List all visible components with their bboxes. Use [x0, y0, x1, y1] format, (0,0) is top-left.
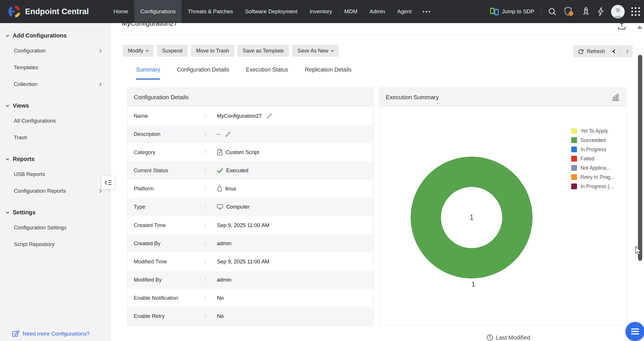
- scroll-up-arrow[interactable]: [637, 25, 642, 29]
- nav-item-agent[interactable]: Agent: [391, 0, 418, 23]
- jump-to-sdp-button[interactable]: Jump to SDP: [490, 8, 534, 16]
- legend-item-failed[interactable]: Failed: [571, 154, 615, 163]
- button-label: Modify: [128, 48, 143, 54]
- endpoint-central-app: Endpoint Central HomeConfigurationsThrea…: [0, 0, 644, 341]
- detail-row-current-status: Current Status:Executed: [127, 162, 373, 180]
- sidebar-item-templates[interactable]: Templates: [0, 59, 110, 76]
- legend-item-succeeded[interactable]: Succeeded: [571, 136, 615, 145]
- user-avatar[interactable]: [611, 5, 625, 18]
- nav-item-mdm[interactable]: MDM: [338, 0, 363, 23]
- detail-row-modified-by: Modified By:admin: [127, 271, 373, 289]
- sidebar-section-add-configurations[interactable]: Add Configurations: [0, 29, 110, 42]
- sidebar-item-collection[interactable]: Collection: [0, 76, 110, 93]
- colon-separator: :: [205, 258, 217, 265]
- action-toolbar: ModifySuspendMove to TrashSave as Templa…: [123, 45, 339, 57]
- next-button[interactable]: [621, 45, 633, 57]
- chevron-down-icon: [6, 33, 9, 37]
- security-shield-icon[interactable]: [563, 6, 575, 17]
- endpoint-central-logo-icon[interactable]: [8, 5, 21, 18]
- previous-button[interactable]: [608, 45, 621, 57]
- detail-label: Type: [134, 204, 205, 210]
- sidebar-item-configuration-reports[interactable]: Configuration Reports: [0, 183, 110, 199]
- sidebar-item-label: Collection: [14, 81, 37, 87]
- sidebar-item-script-repository[interactable]: Script Repository: [0, 236, 110, 253]
- legend-swatch: [571, 174, 577, 180]
- tab-configuration-details[interactable]: Configuration Details: [177, 66, 229, 80]
- legend-item-yet-to-apply[interactable]: Yet To Apply: [571, 126, 615, 136]
- legend-item-in-progress[interactable]: In Progress (...: [571, 182, 615, 191]
- detail-value: MyConfiguration27: [217, 113, 272, 119]
- nav-item-threats-patches[interactable]: Threats & Patches: [182, 0, 239, 23]
- detail-value: admin: [217, 240, 231, 247]
- pencil-icon[interactable]: [225, 131, 230, 137]
- sidebar-item-configuration[interactable]: Configuration: [0, 42, 110, 59]
- whats-new-rocket-icon[interactable]: [582, 7, 590, 16]
- chevron-down-icon: [6, 210, 9, 213]
- detail-value-text: Sep 9, 2025 11:00 AM: [217, 258, 269, 265]
- sidebar-section-title: Settings: [13, 209, 36, 216]
- pencil-icon[interactable]: [266, 113, 272, 119]
- quick-actions-bolt-icon[interactable]: [597, 7, 604, 16]
- last-modified-note[interactable]: Last Modified: [486, 334, 530, 341]
- sidebar-item-label: Configuration Reports: [14, 188, 66, 194]
- save-as-template-button[interactable]: Save as Template: [237, 45, 289, 57]
- donut-center-total: 1: [469, 213, 474, 222]
- suspend-button[interactable]: Suspend: [157, 45, 188, 57]
- need-more-configurations-link[interactable]: Need more Configurations?: [12, 330, 90, 338]
- nav-item-inventory[interactable]: Inventory: [304, 0, 338, 23]
- sidebar-item-all-configurations[interactable]: All Configurations: [0, 113, 110, 129]
- legend-swatch: [571, 183, 577, 189]
- sidebar-section-reports[interactable]: Reports: [0, 152, 110, 166]
- scrollbar-thumb[interactable]: [638, 55, 642, 261]
- check-icon: [217, 168, 223, 173]
- sidebar-item-label: Script Repository: [14, 241, 55, 248]
- sidebar-item-label: Templates: [14, 64, 38, 71]
- nav-item-admin[interactable]: Admin: [364, 0, 391, 23]
- modify-button[interactable]: Modify: [123, 45, 154, 57]
- brand: Endpoint Central: [8, 0, 89, 23]
- tab-bar: SummaryConfiguration DetailsExecution St…: [136, 66, 351, 80]
- title-divider: [122, 34, 630, 35]
- legend-item-retry-in-prog[interactable]: Retry In Prog...: [571, 173, 615, 182]
- sidebar-section-views[interactable]: Views: [0, 99, 110, 113]
- donut-slice-label: 1: [468, 280, 479, 288]
- sidebar-item-configuration-settings[interactable]: Configuration Settings: [0, 219, 110, 236]
- colon-separator: :: [205, 186, 217, 192]
- move-to-trash-button[interactable]: Move to Trash: [191, 45, 234, 57]
- detail-label: Modified By: [134, 277, 205, 283]
- tab-summary[interactable]: Summary: [136, 66, 160, 80]
- detail-value-text: Sep 9, 2025 11:00 AM: [217, 222, 269, 228]
- detail-value: Executed: [217, 167, 248, 174]
- sidebar-item-usb-reports[interactable]: USB Reports: [0, 166, 110, 183]
- legend-item-in-progress[interactable]: In Progress: [571, 145, 615, 154]
- sidebar-collapse-button[interactable]: [102, 176, 115, 189]
- colon-separator: :: [205, 222, 217, 228]
- detail-row-enable-retry: Enable Retry:No: [127, 307, 373, 325]
- page-title: MyConfiguration27: [122, 20, 177, 27]
- save-as-new-button[interactable]: Save As New: [292, 45, 339, 57]
- legend-item-not-applica[interactable]: Not Applica...: [571, 163, 615, 173]
- collapse-sidebar-icon: [105, 179, 112, 186]
- sidebar-item-label: Configuration: [14, 48, 46, 54]
- sidebar-section-title: Add Configurations: [13, 32, 67, 39]
- export-icon[interactable]: [617, 21, 627, 32]
- detail-label: Created By: [134, 240, 205, 247]
- tab-replication-details[interactable]: Replication Details: [305, 66, 352, 80]
- nav-more-menu[interactable]: [418, 0, 435, 23]
- search-icon[interactable]: [548, 7, 557, 16]
- nav-item-software-deployment[interactable]: Software Deployment: [239, 0, 304, 23]
- configuration-details-rows: Name:MyConfiguration27Description:--Cate…: [127, 107, 373, 325]
- floating-menu-button[interactable]: [626, 322, 644, 341]
- hamburger-icon: [631, 328, 639, 335]
- detail-value: Sep 9, 2025 11:00 AM: [217, 258, 269, 265]
- dot-icon: [426, 11, 427, 12]
- donut-chart[interactable]: 1: [411, 157, 533, 278]
- bar-chart-icon[interactable]: [612, 93, 620, 101]
- sidebar-item-trash[interactable]: Trash: [0, 129, 110, 146]
- chevron-right-icon: [98, 83, 102, 86]
- sidebar-section-settings[interactable]: Settings: [0, 206, 110, 219]
- tab-execution-status[interactable]: Execution Status: [246, 66, 288, 80]
- colon-separator: :: [205, 313, 217, 319]
- apps-grid-icon[interactable]: [631, 7, 640, 16]
- refresh-button[interactable]: Refresh: [573, 45, 610, 57]
